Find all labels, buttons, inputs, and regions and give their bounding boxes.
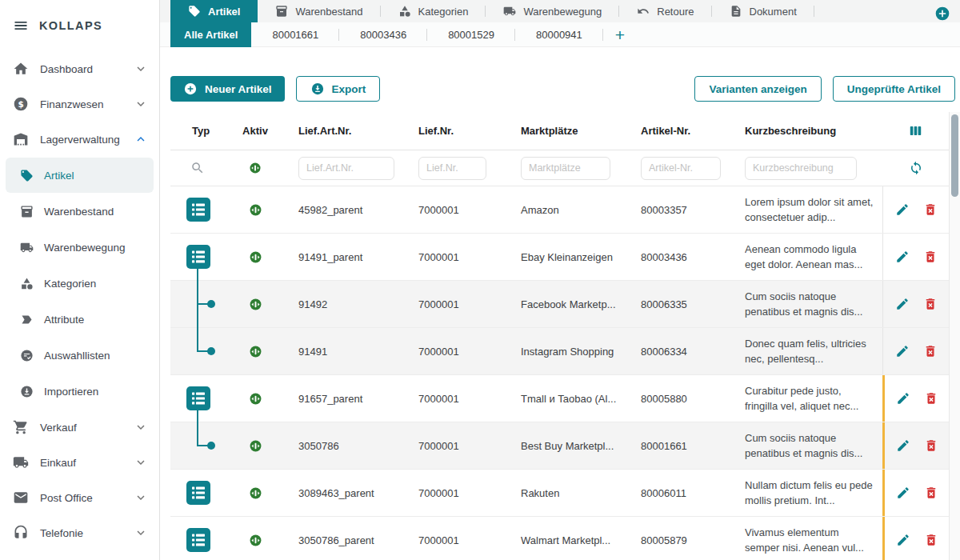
lief-art-nr-cell: 91657_parent	[284, 375, 404, 422]
column-header-lief-art-nr[interactable]: Lief.Art.Nr.	[284, 125, 404, 137]
item-tab-alle-artikel[interactable]: Alle Artikel	[170, 22, 251, 47]
edit-icon[interactable]	[896, 391, 910, 406]
export-button[interactable]: Export	[296, 76, 381, 102]
column-header-lief-nr[interactable]: Lief.Nr.	[404, 125, 506, 137]
tab-retoure[interactable]: Retoure	[619, 0, 711, 22]
item-tab-80003436[interactable]: 80003436	[339, 22, 427, 47]
active-status-icon[interactable]	[249, 392, 262, 406]
item-tab-80001661[interactable]: 80001661	[251, 22, 339, 47]
add-item-tab-button[interactable]: +	[603, 26, 637, 43]
sidebar-item-importieren[interactable]: Importieren	[6, 374, 154, 409]
lief-nr-cell: 7000001	[404, 470, 506, 516]
edit-icon[interactable]	[896, 533, 910, 547]
new-article-button[interactable]: Neuer Artikel	[170, 76, 285, 102]
kurzbeschreibung-filter-input[interactable]	[745, 157, 857, 180]
column-header-typ[interactable]: Typ	[170, 125, 226, 137]
plus-circle-icon	[183, 82, 198, 96]
sidebar-item-dashboard[interactable]: Dashboard	[0, 51, 159, 86]
active-status-icon[interactable]	[249, 439, 262, 453]
artikel-nr-filter-input[interactable]	[641, 157, 721, 180]
edit-icon[interactable]	[895, 297, 910, 311]
active-status-icon[interactable]	[249, 345, 262, 358]
menu-icon[interactable]	[13, 18, 29, 34]
filter-row	[170, 150, 949, 186]
column-header-marktpl-tze[interactable]: Marktplätze	[506, 125, 626, 137]
tab-label: Artikel	[208, 6, 240, 18]
article-list-icon[interactable]	[186, 198, 210, 222]
column-header-aktiv[interactable]: Aktiv	[226, 125, 284, 137]
delete-icon[interactable]	[923, 250, 938, 264]
active-status-icon[interactable]	[249, 203, 262, 217]
column-header-artikel-nr[interactable]: Artikel-Nr.	[626, 125, 730, 137]
edit-icon[interactable]	[896, 438, 910, 453]
artikel-nr-cell: 80005879	[626, 517, 730, 560]
aktiv-cell	[226, 281, 284, 327]
column-header-kurzbeschreibung[interactable]: Kurzbeschreibung	[730, 125, 882, 137]
edit-icon[interactable]	[895, 250, 910, 264]
module-tabs: ArtikelWarenbestandKategorienWarenbewegu…	[170, 0, 814, 22]
sidebar-item-verkauf[interactable]: Verkauf	[0, 410, 159, 445]
delete-icon[interactable]	[923, 202, 938, 217]
artikel-nr-cell: 80005880	[626, 375, 730, 422]
sidebar-item-kategorien[interactable]: Kategorien	[6, 266, 154, 301]
delete-icon[interactable]	[923, 344, 938, 358]
unchecked-articles-label: Ungeprüfte Artikel	[847, 83, 941, 95]
lief-nr-filter-input[interactable]	[418, 157, 486, 180]
marktplaetze-filter-input[interactable]	[521, 157, 610, 180]
sidebar-item-finanzwesen[interactable]: $Finanzwesen	[0, 86, 159, 122]
tree-line	[197, 280, 198, 328]
delete-icon[interactable]	[924, 391, 938, 406]
kurzbeschreibung-cell: Cum sociis natoque penatibus et magnis d…	[730, 422, 882, 469]
filter-cell	[730, 157, 882, 180]
show-variants-button[interactable]: Varianten anzeigen	[694, 76, 821, 102]
item-tab-80000941[interactable]: 80000941	[515, 22, 603, 47]
sidebar-item-warenbewegung[interactable]: Warenbewegung	[6, 230, 154, 265]
aktiv-cell	[226, 517, 284, 560]
sidebar-item-einkauf[interactable]: Einkauf	[0, 445, 159, 480]
lief-art-nr-filter-input[interactable]	[298, 157, 394, 180]
sidebar-item-post-office[interactable]: Post Office	[0, 480, 159, 515]
tab-warenbestand[interactable]: Warenbestand	[258, 0, 380, 22]
edit-icon[interactable]	[895, 202, 910, 217]
delete-icon[interactable]	[924, 438, 938, 453]
sidebar-item-telefonie[interactable]: Telefonie	[0, 515, 159, 550]
lief-art-nr-cell: 91491_parent	[284, 234, 404, 280]
delete-icon[interactable]	[924, 533, 938, 547]
sidebar-item-auswahllisten[interactable]: Auswahllisten	[6, 338, 154, 373]
actions-cell	[882, 422, 949, 469]
edit-icon[interactable]	[896, 486, 910, 500]
column-settings-button[interactable]	[882, 123, 949, 138]
sidebar-item-attribute[interactable]: Attribute	[6, 302, 154, 337]
active-status-icon[interactable]	[249, 534, 262, 547]
delete-icon[interactable]	[923, 297, 938, 311]
active-status-icon[interactable]	[249, 250, 262, 264]
edit-icon[interactable]	[895, 344, 910, 358]
delete-icon[interactable]	[924, 486, 938, 500]
active-status-icon[interactable]	[249, 486, 262, 500]
actions-cell	[882, 375, 949, 422]
sidebar-item-artikel[interactable]: Artikel	[6, 158, 154, 193]
tab-warenbewegung[interactable]: Warenbewegung	[486, 0, 619, 22]
vertical-scrollbar[interactable]	[949, 112, 960, 560]
table-row: 91491_parent7000001Ebay Kleinanzeigen800…	[170, 234, 949, 281]
search-icon[interactable]	[190, 161, 205, 175]
filter-cell	[404, 157, 506, 180]
article-list-icon[interactable]	[186, 386, 210, 410]
active-filter-icon[interactable]	[249, 162, 262, 174]
tab-kategorien[interactable]: Kategorien	[381, 0, 486, 22]
article-list-icon[interactable]	[186, 245, 210, 269]
item-tab-80001529[interactable]: 80001529	[427, 22, 515, 47]
table-row: 3050786_parent7000001Walmart Marketpl...…	[170, 517, 949, 560]
active-status-icon[interactable]	[249, 298, 262, 311]
sidebar-item-lagerverwaltung[interactable]: Lagerverwaltung	[0, 122, 159, 157]
refresh-icon[interactable]	[909, 161, 923, 175]
unchecked-articles-button[interactable]: Ungeprüfte Artikel	[833, 76, 955, 102]
add-module-tab-button[interactable]	[934, 6, 950, 22]
article-list-icon[interactable]	[186, 528, 210, 552]
tree-line	[197, 422, 198, 446]
scrollbar-thumb[interactable]	[951, 114, 958, 197]
tab-dokument[interactable]: Dokument	[712, 0, 814, 22]
article-list-icon[interactable]	[186, 481, 210, 505]
tab-artikel[interactable]: Artikel	[170, 0, 258, 22]
sidebar-item-warenbestand[interactable]: Warenbestand	[6, 194, 154, 229]
